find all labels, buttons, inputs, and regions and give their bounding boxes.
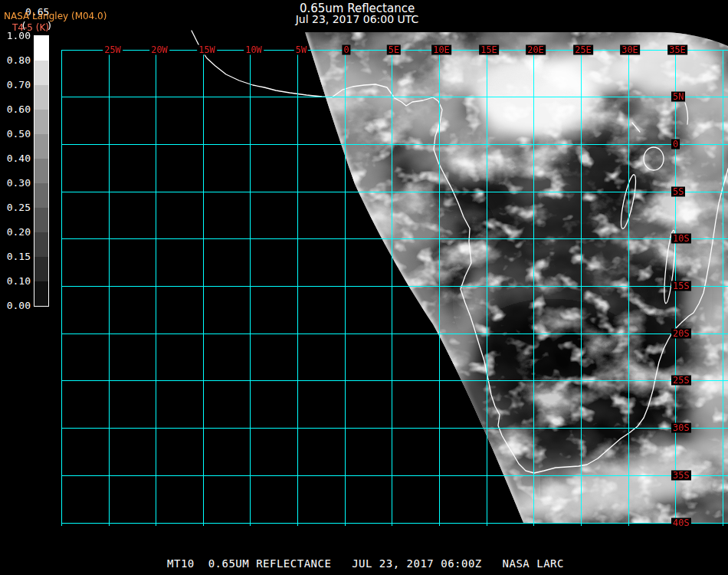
footer-caption: MT10 0.65UM REFLECTANCE JUL 23, 2017 06:… xyxy=(167,557,564,570)
colorbar-tick-label: 0.25 xyxy=(0,202,31,214)
colorbar-tick-label: 0.80 xyxy=(0,54,31,67)
colorbar-tick-label: 0.10 xyxy=(0,275,31,288)
lat-label-35s: 35S xyxy=(671,471,691,481)
lon-label-15w: 15W xyxy=(197,45,217,55)
colorbar-tick-label: 0.30 xyxy=(0,177,31,189)
colorbar-tick-label: 0.15 xyxy=(0,251,31,263)
lat-label-5n: 5N xyxy=(671,92,685,102)
satellite-product-window: 0.65um Reflectance Jul 23, 2017 06:00 UT… xyxy=(0,0,728,575)
lat-label-20s: 20S xyxy=(671,329,691,339)
colorbar-segment xyxy=(34,183,48,208)
satellite-imagery xyxy=(303,31,728,530)
page-subtitle: Jul 23, 2017 06:00 UTC xyxy=(296,13,419,25)
lat-label-30s: 30S xyxy=(671,423,691,433)
colorbar-tick-label: 0.50 xyxy=(0,128,31,140)
lat-label-15s: 15S xyxy=(671,281,691,291)
lon-label-25e: 25E xyxy=(573,45,593,55)
lon-label-15e: 15E xyxy=(479,45,499,55)
colorbar-segment xyxy=(34,257,48,281)
colorbar-segment xyxy=(34,36,48,61)
lon-label-10e: 10E xyxy=(431,45,451,55)
lat-label-40s: 40S xyxy=(671,518,691,528)
colorbar-segment xyxy=(34,134,48,159)
lat-label-25s: 25S xyxy=(671,376,691,386)
lon-label-0: 0 xyxy=(342,45,350,55)
colorbar-segment xyxy=(34,110,48,134)
colorbar-segment xyxy=(34,281,48,306)
colorbar-segment xyxy=(34,61,48,85)
lat-label-10s: 10S xyxy=(671,234,691,244)
colorbar-tick-label: 0.40 xyxy=(0,153,31,165)
colorbar-tick-label: 1.00 xyxy=(0,30,31,42)
colorbar-segment xyxy=(34,85,48,110)
lon-label-10w: 10W xyxy=(244,45,264,55)
lon-label-20w: 20W xyxy=(149,45,169,55)
colorbar xyxy=(34,35,49,307)
lon-label-20e: 20E xyxy=(526,45,546,55)
colorbar-segment xyxy=(34,159,48,183)
colorbar-tick-label: 0.20 xyxy=(0,226,31,238)
lon-label-30e: 30E xyxy=(620,45,640,55)
colorbar-segment xyxy=(34,208,48,232)
lat-label-5s: 5S xyxy=(671,187,685,197)
colorbar-tick-label: 0.60 xyxy=(0,104,31,116)
colorbar-tick-label: 0.70 xyxy=(0,79,31,91)
lon-label-35e: 35E xyxy=(667,45,687,55)
lat-label-0: 0 xyxy=(671,140,680,150)
satellite-map-plot xyxy=(0,0,728,575)
colorbar-segment xyxy=(34,232,48,257)
lon-label-25w: 25W xyxy=(103,45,123,55)
colorbar-tick-label: 0.00 xyxy=(0,300,31,312)
lon-label-5e: 5E xyxy=(387,45,401,55)
lon-label-5w: 5W xyxy=(294,45,308,55)
